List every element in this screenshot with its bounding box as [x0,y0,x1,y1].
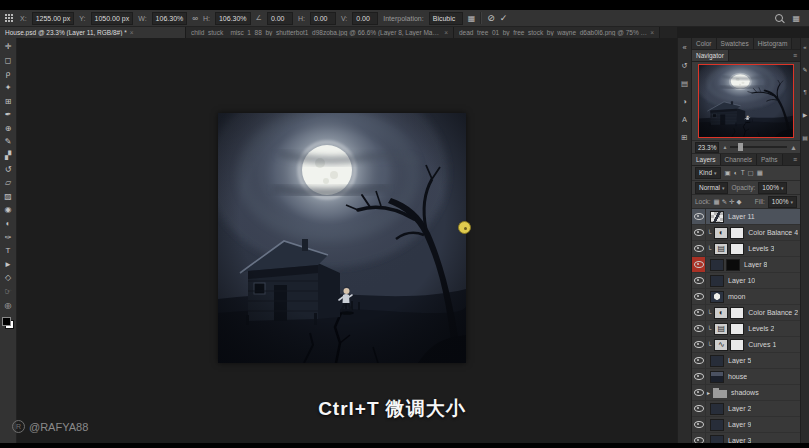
tab-swatches[interactable]: Swatches [717,38,754,49]
filter-smart-objects-icon[interactable]: ▦ [757,169,763,177]
timeline-panel-icon[interactable]: ▶ [803,111,808,118]
visibility-toggle[interactable] [692,289,706,304]
path-selection-tool[interactable]: ► [1,258,16,272]
tab-color[interactable]: Color [692,38,717,49]
zoom-in-icon[interactable]: ▲ [790,144,797,151]
lock-all-icon[interactable]: ◆ [737,198,742,206]
info-panel-icon[interactable]: ▤ [802,134,808,141]
workspace-switcher-icon[interactable]: ▦ [792,14,800,23]
history-brush-tool[interactable]: ↺ [1,162,16,176]
brush-tool[interactable]: ✎ [1,135,16,149]
crop-tool[interactable]: ⊞ [1,94,16,108]
move-tool[interactable]: ✛ [1,40,16,54]
document-tab[interactable]: House.psd @ 23.3% (Layer 11, RGB/8#) *× [0,27,186,38]
healing-brush-tool[interactable]: ⊕ [1,122,16,136]
layer-thumbnail[interactable] [710,355,724,367]
visibility-toggle[interactable] [692,401,706,416]
layer-name[interactable]: Layer 5 [728,357,751,364]
foreground-background-colors[interactable] [2,317,14,329]
visibility-toggle[interactable] [692,241,706,256]
layer-name[interactable]: shadows [731,389,759,396]
layer-name[interactable]: Levels 2 [748,325,774,332]
width-input[interactable]: 106.30% [152,12,188,25]
height-input[interactable]: 106.30% [215,12,251,25]
adjustments-panel-icon[interactable]: ◑ [682,97,687,106]
layer-row[interactable]: └▤Levels 2 [692,321,800,337]
layer-thumbnail[interactable]: ◐ [714,307,728,319]
gradient-tool[interactable]: ▨ [1,190,16,204]
filter-adjustment-layers-icon[interactable]: ◐ [734,169,738,177]
warp-mode-icon[interactable]: ▦ [468,14,476,23]
layer-name[interactable]: Layer 2 [728,405,751,412]
layer-thumbnail[interactable]: ∿ [714,339,728,351]
tab-layers[interactable]: Layers [692,154,721,165]
brush-settings-panel-icon[interactable]: ✎ [802,66,807,73]
lock-transparent-pixels-icon[interactable]: ▦ [714,198,720,206]
shape-tool[interactable]: ◇ [1,271,16,285]
layer-mask-thumbnail[interactable] [730,307,744,319]
search-icon[interactable] [775,14,783,22]
tab-histogram[interactable]: Histogram [754,38,793,49]
layer-thumbnail[interactable]: ◐ [714,227,728,239]
layer-row[interactable]: ▸shadows [692,385,800,401]
properties-panel-icon[interactable]: ▤ [681,79,688,88]
layer-mask-thumbnail[interactable] [730,243,744,255]
y-input[interactable]: 1050.00 px [91,12,134,25]
layer-row[interactable]: moon [692,289,800,305]
layer-thumbnail[interactable] [710,291,724,303]
lock-image-pixels-icon[interactable]: ✎ [722,198,727,206]
tab-close-icon[interactable]: × [444,29,448,36]
blur-tool[interactable]: ◉ [1,203,16,217]
layer-row[interactable]: └◐Color Balance 2 [692,305,800,321]
layer-thumbnail[interactable] [710,275,724,287]
layer-row[interactable]: └∿Curves 1 [692,337,800,353]
layer-name[interactable]: house [728,373,747,380]
eyedropper-tool[interactable]: ✒ [1,108,16,122]
layer-name[interactable]: Color Balance 2 [748,309,798,316]
visibility-toggle[interactable] [692,273,706,288]
tab-paths[interactable]: Paths [757,154,783,165]
layer-name[interactable]: Layer 9 [728,421,751,428]
filter-shape-layers-icon[interactable]: ▢ [748,169,754,177]
layer-name[interactable]: Layer 8 [744,261,767,268]
tab-channels[interactable]: Channels [721,154,757,165]
layer-name[interactable]: Levels 3 [748,245,774,252]
zoom-out-icon[interactable]: ▲ [722,144,727,150]
tab-close-icon[interactable]: × [650,29,654,36]
layer-name[interactable]: Color Balance 4 [748,229,798,236]
visibility-toggle[interactable] [692,337,706,352]
interpolation-select[interactable]: Bicubic [429,12,463,25]
layer-row[interactable]: Layer 11 [692,209,800,225]
navigator-zoom-slider[interactable] [730,146,787,148]
layer-thumbnail[interactable] [710,211,724,223]
paragraph-panel-icon[interactable]: ¶ [803,89,806,95]
navigator-zoom-value[interactable]: 23.3% [695,142,719,153]
layer-thumbnail[interactable]: ▤ [714,243,728,255]
layer-thumbnail[interactable] [710,403,724,415]
v-skew-input[interactable]: 0.00 [352,12,378,25]
document-tab[interactable]: dead_tree_01_by_free_stock_by_wayne_d6ab… [454,27,660,38]
layer-filter-kind-select[interactable]: Kind ▾ [695,167,721,179]
layer-thumbnail[interactable] [710,259,724,271]
collapse-panels-icon[interactable]: « [682,43,686,52]
fill-input[interactable]: 100% ▾ [768,196,797,208]
zoom-slider-handle[interactable] [738,143,743,151]
layer-name[interactable]: Layer 11 [728,213,755,220]
layer-row[interactable]: house [692,369,800,385]
pen-tool[interactable]: ✑ [1,230,16,244]
type-tool[interactable]: T [1,244,16,258]
navigator-proxy-view[interactable] [699,65,793,137]
layer-row[interactable]: Layer 2 [692,401,800,417]
quick-selection-tool[interactable]: ✦ [1,81,16,95]
lasso-tool[interactable]: ρ [1,67,16,81]
layer-name[interactable]: Curves 1 [748,341,776,348]
layer-name[interactable]: Layer 10 [728,277,755,284]
expand-dock-icon[interactable]: « [803,44,806,50]
x-input[interactable]: 1255.00 px [32,12,75,25]
visibility-toggle[interactable] [692,225,706,240]
group-folder-icon[interactable] [713,390,727,398]
artwork-image[interactable] [218,113,466,363]
link-dimensions-icon[interactable]: ∞ [192,14,198,23]
document-tab[interactable]: child_stuck__misc_1_88_by_shutterbot1_d9… [186,27,454,38]
layer-mask-thumbnail[interactable] [730,323,744,335]
